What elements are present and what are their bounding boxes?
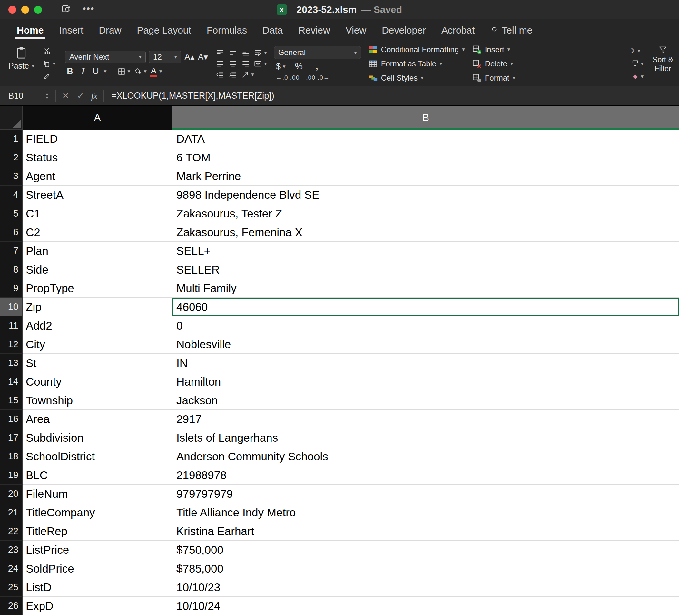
- cell-B16[interactable]: 2917: [172, 410, 679, 429]
- tab-draw[interactable]: Draw: [91, 25, 129, 41]
- row-header-18[interactable]: 18: [0, 447, 23, 466]
- cell-B17[interactable]: Islets of Langerhans: [172, 429, 679, 447]
- tab-acrobat[interactable]: Acrobat: [434, 25, 482, 41]
- row-header-5[interactable]: 5: [0, 204, 23, 223]
- increase-indent-button[interactable]: [228, 71, 238, 79]
- tab-page-layout[interactable]: Page Layout: [129, 25, 199, 41]
- cell-A22[interactable]: TitleRep: [23, 522, 172, 541]
- row-header-16[interactable]: 16: [0, 410, 23, 429]
- increase-font-button[interactable]: A▴: [185, 52, 195, 62]
- row-header-22[interactable]: 22: [0, 522, 23, 541]
- cell-A17[interactable]: Subdivision: [23, 429, 172, 447]
- row-header-17[interactable]: 17: [0, 429, 23, 447]
- align-bottom-button[interactable]: [241, 49, 251, 57]
- row-header-26[interactable]: 26: [0, 597, 23, 615]
- cell-A8[interactable]: Side: [23, 260, 172, 279]
- row-header-10[interactable]: 10: [0, 298, 23, 316]
- row-header-2[interactable]: 2: [0, 148, 23, 167]
- tab-view[interactable]: View: [338, 25, 374, 41]
- bold-button[interactable]: B: [65, 66, 75, 76]
- row-header-24[interactable]: 24: [0, 559, 23, 578]
- cell-A5[interactable]: C1: [23, 204, 172, 223]
- name-box[interactable]: B10 ▲▼: [4, 91, 53, 101]
- cell-B8[interactable]: SELLER: [172, 260, 679, 279]
- minimize-button[interactable]: [21, 6, 29, 13]
- cell-A24[interactable]: SoldPrice: [23, 559, 172, 578]
- format-cells-button[interactable]: Format▾: [472, 72, 516, 84]
- cell-B6[interactable]: Zakasourus, Femenina X: [172, 223, 679, 242]
- cell-A1[interactable]: FIELD: [23, 130, 172, 148]
- cell-A18[interactable]: SchoolDistrict: [23, 447, 172, 466]
- merge-center-button[interactable]: ▾: [254, 60, 267, 68]
- name-box-stepper[interactable]: ▲▼: [45, 93, 49, 100]
- cancel-icon[interactable]: ✕: [58, 91, 73, 101]
- autosum-button[interactable]: Σ▾: [628, 45, 646, 57]
- insert-cells-button[interactable]: Insert▾: [472, 44, 516, 56]
- font-size-select[interactable]: 12▾: [149, 50, 181, 64]
- row-header-23[interactable]: 23: [0, 541, 23, 559]
- cell-B4[interactable]: 9898 Independence Blvd SE: [172, 185, 679, 204]
- paste-button[interactable]: Paste▾: [6, 45, 37, 71]
- fill-button[interactable]: ▾: [628, 58, 646, 70]
- align-right-button[interactable]: [241, 60, 251, 68]
- cell-B26[interactable]: 10/10/24: [172, 597, 679, 615]
- cell-B22[interactable]: Kristina Earhart: [172, 522, 679, 541]
- fill-color-button[interactable]: ▾: [133, 67, 147, 76]
- tab-review[interactable]: Review: [290, 25, 337, 41]
- cell-B15[interactable]: Jackson: [172, 391, 679, 410]
- insert-function-icon[interactable]: fx: [88, 91, 101, 101]
- delete-cells-button[interactable]: Delete▾: [472, 58, 516, 70]
- cell-A21[interactable]: TitleCompany: [23, 503, 172, 522]
- cell-B24[interactable]: $785,000: [172, 559, 679, 578]
- cell-A14[interactable]: County: [23, 372, 172, 391]
- cell-A15[interactable]: Township: [23, 391, 172, 410]
- row-header-21[interactable]: 21: [0, 503, 23, 522]
- decrease-indent-button[interactable]: [215, 71, 225, 79]
- wrap-text-button[interactable]: ▾: [254, 49, 267, 57]
- tab-data[interactable]: Data: [255, 25, 290, 41]
- align-top-button[interactable]: [215, 49, 225, 57]
- more-options-icon[interactable]: •••: [83, 3, 95, 14]
- row-header-12[interactable]: 12: [0, 335, 23, 354]
- cell-B13[interactable]: IN: [172, 354, 679, 372]
- cell-B11[interactable]: 0: [172, 316, 679, 335]
- cell-B21[interactable]: Title Alliance Indy Metro: [172, 503, 679, 522]
- cell-A19[interactable]: BLC: [23, 466, 172, 484]
- cell-A13[interactable]: St: [23, 354, 172, 372]
- cell-A6[interactable]: C2: [23, 223, 172, 242]
- confirm-icon[interactable]: ✓: [73, 91, 88, 101]
- cut-button[interactable]: [40, 45, 58, 57]
- cell-A25[interactable]: ListD: [23, 578, 172, 597]
- cell-B19[interactable]: 21988978: [172, 466, 679, 484]
- underline-button[interactable]: U: [91, 66, 101, 76]
- cell-B5[interactable]: Zakasourus, Tester Z: [172, 204, 679, 223]
- cell-A12[interactable]: City: [23, 335, 172, 354]
- row-header-1[interactable]: 1: [0, 130, 23, 148]
- cell-A9[interactable]: PropType: [23, 279, 172, 298]
- decrease-decimal-button[interactable]: .00 .0→: [306, 74, 330, 81]
- row-header-19[interactable]: 19: [0, 466, 23, 484]
- borders-button[interactable]: ▾: [117, 67, 131, 76]
- select-all-corner[interactable]: [0, 106, 23, 130]
- row-header-8[interactable]: 8: [0, 260, 23, 279]
- align-middle-button[interactable]: [228, 49, 238, 57]
- cell-B23[interactable]: $750,000: [172, 541, 679, 559]
- row-header-14[interactable]: 14: [0, 372, 23, 391]
- tab-insert[interactable]: Insert: [51, 25, 91, 41]
- tab-developer[interactable]: Developer: [374, 25, 434, 41]
- cell-B12[interactable]: Noblesville: [172, 335, 679, 354]
- orientation-button[interactable]: ▾: [241, 71, 254, 79]
- format-as-table-button[interactable]: Format as Table▾: [368, 58, 465, 70]
- row-header-3[interactable]: 3: [0, 167, 23, 185]
- row-header-7[interactable]: 7: [0, 242, 23, 260]
- row-header-15[interactable]: 15: [0, 391, 23, 410]
- row-header-4[interactable]: 4: [0, 185, 23, 204]
- cell-A4[interactable]: StreetA: [23, 185, 172, 204]
- row-header-11[interactable]: 11: [0, 316, 23, 335]
- close-button[interactable]: [8, 6, 16, 13]
- italic-button[interactable]: I: [78, 66, 88, 76]
- row-header-9[interactable]: 9: [0, 279, 23, 298]
- copy-button[interactable]: ▾: [40, 58, 58, 70]
- font-color-button[interactable]: A▾: [150, 66, 162, 77]
- cell-A10[interactable]: Zip: [23, 298, 172, 316]
